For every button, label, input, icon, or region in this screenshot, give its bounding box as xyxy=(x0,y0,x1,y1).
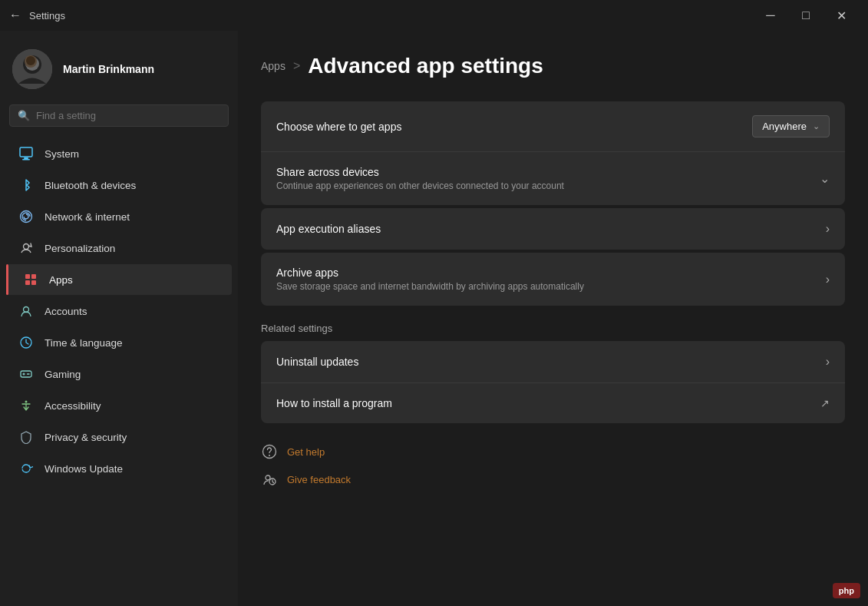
svg-point-18 xyxy=(269,455,270,456)
external-link-icon: ↗ xyxy=(820,397,830,409)
maximize-button[interactable]: □ xyxy=(788,3,823,28)
share-devices-title: Share across devices xyxy=(276,166,564,178)
svg-rect-7 xyxy=(22,159,30,161)
share-devices-row[interactable]: Share across devices Continue app experi… xyxy=(261,152,845,205)
related-settings-label: Related settings xyxy=(261,323,332,334)
sidebar-item-label-system: System xyxy=(45,148,79,160)
sidebar-item-label-apps: Apps xyxy=(49,274,73,286)
sidebar-item-system[interactable]: System xyxy=(6,138,232,169)
share-devices-subtitle: Continue app experiences on other device… xyxy=(276,180,564,191)
svg-point-16 xyxy=(25,401,28,403)
archive-apps-subtitle: Save storage space and internet bandwidt… xyxy=(276,281,584,292)
anywhere-dropdown[interactable]: Anywhere ⌄ xyxy=(752,115,830,137)
archive-apps-info: Archive apps Save storage space and inte… xyxy=(276,267,584,292)
sidebar-nav: System Bluetooth & devices Network & int… xyxy=(0,137,238,598)
accounts-icon xyxy=(18,303,34,319)
install-program-row[interactable]: How to install a program ↗ xyxy=(261,383,845,423)
gaming-icon xyxy=(18,366,34,382)
help-icon xyxy=(261,443,278,460)
execution-aliases-info: App execution aliases xyxy=(276,223,381,235)
sidebar-item-update[interactable]: Windows Update xyxy=(6,453,232,484)
system-icon xyxy=(18,146,34,161)
sidebar-item-time[interactable]: Time & language xyxy=(6,327,232,358)
page-title: Advanced app settings xyxy=(308,54,543,78)
archive-apps-card: Archive apps Save storage space and inte… xyxy=(261,253,845,306)
install-program-title: How to install a program xyxy=(276,397,392,409)
execution-aliases-row[interactable]: App execution aliases › xyxy=(261,208,845,250)
archive-apps-row[interactable]: Archive apps Save storage space and inte… xyxy=(261,253,845,306)
app-layout: Martin Brinkmann 🔍 System Bluetooth & d xyxy=(0,31,868,606)
apps-icon xyxy=(23,272,38,287)
chevron-right-icon: › xyxy=(826,222,830,236)
sidebar-item-label-accessibility: Accessibility xyxy=(45,400,101,412)
execution-aliases-chevron: › xyxy=(826,222,830,236)
svg-rect-15 xyxy=(21,371,31,377)
bluetooth-icon xyxy=(18,177,34,193)
back-icon[interactable]: ← xyxy=(9,8,21,22)
sidebar-item-label-time: Time & language xyxy=(45,337,123,349)
install-program-external: ↗ xyxy=(820,397,830,409)
svg-point-19 xyxy=(266,475,270,480)
sidebar-item-label-privacy: Privacy & security xyxy=(45,432,127,443)
share-devices-info: Share across devices Continue app experi… xyxy=(276,166,564,191)
choose-apps-label: Choose where to get apps xyxy=(276,121,401,133)
accessibility-icon xyxy=(18,398,34,413)
related-settings-divider: Related settings xyxy=(261,321,845,335)
profile-section: Martin Brinkmann xyxy=(0,38,238,104)
bottom-links: Get help Give feedback xyxy=(261,442,845,489)
give-feedback-text: Give feedback xyxy=(287,474,351,485)
sidebar-item-personalization[interactable]: Personalization xyxy=(6,233,232,263)
sidebar-item-apps[interactable]: Apps xyxy=(6,264,232,295)
close-button[interactable]: ✕ xyxy=(823,3,859,28)
network-icon xyxy=(18,209,34,224)
profile-name: Martin Brinkmann xyxy=(63,63,154,75)
privacy-icon xyxy=(18,429,34,445)
sidebar-item-label-update: Windows Update xyxy=(45,463,123,475)
svg-rect-11 xyxy=(25,280,30,285)
apps-active-indicator xyxy=(6,264,8,295)
choose-apps-control: Anywhere ⌄ xyxy=(752,115,830,137)
minimize-button[interactable]: ─ xyxy=(753,3,788,28)
sidebar-item-accessibility[interactable]: Accessibility xyxy=(6,390,232,421)
sidebar-item-label-network: Network & internet xyxy=(45,211,130,223)
sidebar-item-privacy[interactable]: Privacy & security xyxy=(6,422,232,452)
main-content: Apps > Advanced app settings Choose wher… xyxy=(238,31,868,606)
svg-rect-10 xyxy=(31,274,36,279)
sidebar-item-accounts[interactable]: Accounts xyxy=(6,296,232,326)
sidebar-item-network[interactable]: Network & internet xyxy=(6,201,232,232)
sidebar-item-gaming[interactable]: Gaming xyxy=(6,359,232,389)
search-box[interactable]: 🔍 xyxy=(9,104,229,127)
archive-apps-title: Archive apps xyxy=(276,267,584,279)
chevron-right-icon-3: › xyxy=(826,355,830,369)
feedback-icon xyxy=(261,471,278,488)
related-settings-section: Related settings Uninstall updates › How… xyxy=(261,321,845,423)
search-input[interactable] xyxy=(36,110,220,121)
update-icon xyxy=(18,461,34,476)
time-icon xyxy=(18,335,34,350)
breadcrumb-parent[interactable]: Apps xyxy=(261,60,285,72)
sidebar-item-label-gaming: Gaming xyxy=(45,369,81,380)
breadcrumb-separator: > xyxy=(293,59,300,73)
sidebar-item-label-personalization: Personalization xyxy=(45,243,115,254)
sidebar-item-bluetooth[interactable]: Bluetooth & devices xyxy=(6,170,232,200)
get-help-link[interactable]: Get help xyxy=(261,442,845,462)
avatar[interactable] xyxy=(12,49,52,89)
main-settings-card: Choose where to get apps Anywhere ⌄ Shar… xyxy=(261,101,845,205)
execution-aliases-title: App execution aliases xyxy=(276,223,381,235)
choose-apps-row[interactable]: Choose where to get apps Anywhere ⌄ xyxy=(261,101,845,152)
svg-rect-6 xyxy=(24,157,28,159)
chevron-right-icon-2: › xyxy=(826,273,830,286)
window-controls: ─ □ ✕ xyxy=(753,3,859,28)
uninstall-updates-chevron: › xyxy=(826,355,830,369)
svg-point-8 xyxy=(24,244,29,250)
uninstall-updates-title: Uninstall updates xyxy=(276,356,358,368)
get-help-text: Get help xyxy=(287,446,325,458)
title-bar: ← Settings ─ □ ✕ xyxy=(0,0,868,31)
php-badge: php xyxy=(833,583,860,598)
give-feedback-link[interactable]: Give feedback xyxy=(261,469,845,489)
uninstall-updates-info: Uninstall updates xyxy=(276,356,358,368)
uninstall-updates-row[interactable]: Uninstall updates › xyxy=(261,341,845,383)
svg-rect-5 xyxy=(20,147,32,157)
choose-apps-title: Choose where to get apps xyxy=(276,121,401,133)
breadcrumb: Apps > Advanced app settings xyxy=(261,54,845,78)
